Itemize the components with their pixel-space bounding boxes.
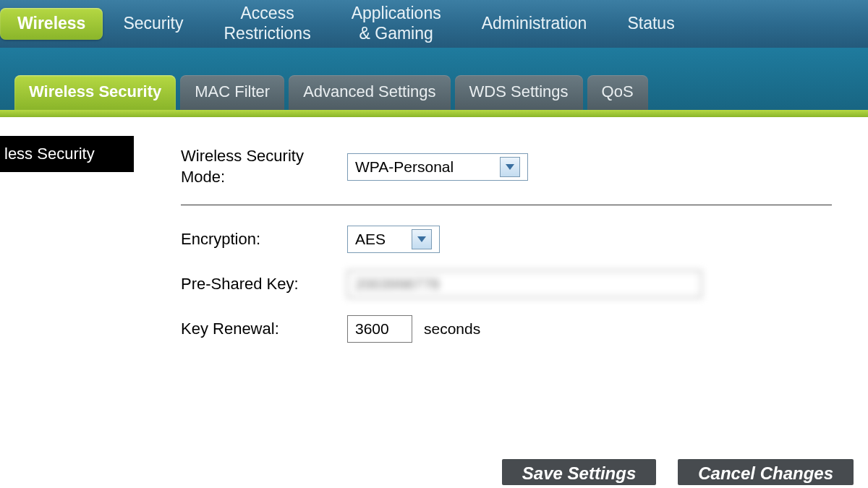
nav-security[interactable]: Security (103, 0, 203, 48)
content-area: less Security Wireless Security Mode: WP… (0, 117, 868, 367)
tab-advanced-settings[interactable]: Advanced Settings (289, 75, 450, 110)
input-key-renewal[interactable] (347, 315, 412, 343)
row-pre-shared-key: Pre-Shared Key: (181, 270, 832, 298)
select-security-mode-value: WPA-Personal (355, 158, 458, 176)
section-title: less Security (0, 136, 134, 172)
nav-access-restrictions[interactable]: Access Restrictions (204, 0, 331, 48)
label-pre-shared-key: Pre-Shared Key: (181, 274, 347, 295)
sub-navigation: Wireless Security MAC Filter Advanced Se… (14, 75, 648, 110)
label-key-renewal: Key Renewal: (181, 319, 347, 340)
nav-applications-gaming[interactable]: Applications & Gaming (331, 0, 461, 48)
select-encryption-value: AES (355, 231, 390, 248)
divider (181, 205, 832, 205)
svg-marker-1 (417, 236, 426, 242)
tab-wireless-security[interactable]: Wireless Security (14, 75, 176, 110)
nav-wireless[interactable]: Wireless (0, 8, 103, 40)
bottom-button-bar: Save Settings Cancel Changes (502, 456, 854, 488)
separator-strip (0, 110, 868, 117)
chevron-down-icon (500, 157, 520, 177)
chevron-down-icon (412, 229, 432, 249)
row-security-mode: Wireless Security Mode: WPA-Personal (181, 146, 832, 187)
row-encryption: Encryption: AES (181, 226, 832, 253)
select-encryption[interactable]: AES (347, 226, 440, 253)
nav-administration[interactable]: Administration (461, 0, 608, 48)
label-encryption: Encryption: (181, 229, 347, 250)
cancel-button[interactable]: Cancel Changes (678, 459, 854, 485)
sub-navigation-wrap: Wireless Security MAC Filter Advanced Se… (0, 48, 868, 110)
select-security-mode[interactable]: WPA-Personal (347, 153, 528, 181)
tab-mac-filter[interactable]: MAC Filter (180, 75, 284, 110)
label-security-mode: Wireless Security Mode: (181, 146, 347, 187)
row-key-renewal: Key Renewal: seconds (181, 315, 832, 343)
svg-marker-0 (506, 164, 514, 170)
form-area: Wireless Security Mode: WPA-Personal Enc… (137, 117, 868, 367)
input-pre-shared-key[interactable] (347, 270, 702, 298)
save-button[interactable]: Save Settings (502, 459, 656, 485)
label-seconds-suffix: seconds (424, 320, 480, 338)
tab-wds-settings[interactable]: WDS Settings (455, 75, 583, 110)
tab-qos[interactable]: QoS (587, 75, 648, 110)
top-navigation: Wireless Security Access Restrictions Ap… (0, 0, 868, 48)
left-column: less Security (0, 117, 137, 367)
nav-status[interactable]: Status (607, 0, 694, 48)
